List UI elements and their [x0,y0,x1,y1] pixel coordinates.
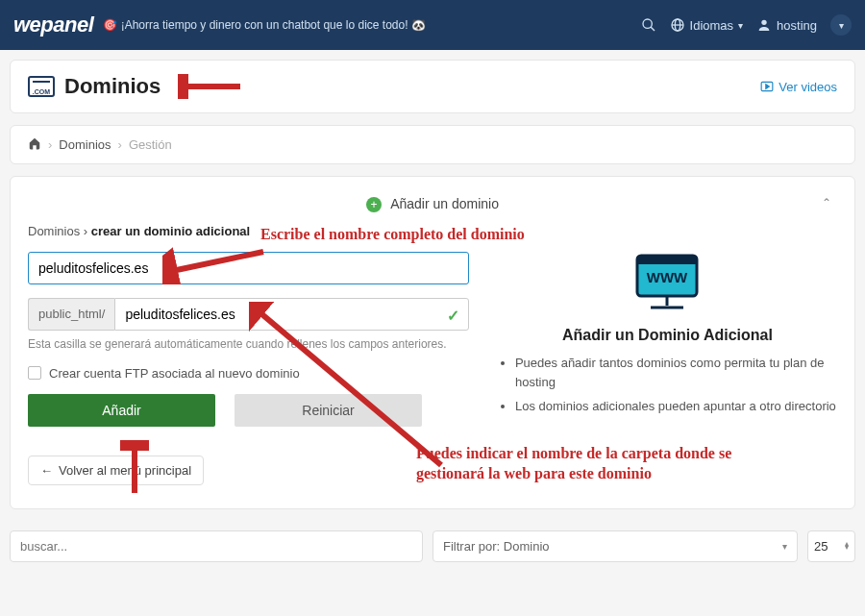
add-icon: + [366,197,382,212]
home-icon[interactable] [28,136,41,153]
svg-line-10 [259,311,441,465]
user-menu[interactable]: hosting [756,17,817,33]
help-item-1: Puedes añadir tantos dominios como permi… [515,354,837,391]
help-title: Añadir un Dominio Adicional [498,327,837,344]
breadcrumb-dominios[interactable]: Dominios [59,137,111,152]
collapse-icon[interactable]: ⌃ [822,196,831,209]
ftp-checkbox[interactable] [28,366,41,380]
search-icon[interactable] [641,17,656,33]
main-panel: + Añadir un dominio ⌃ Dominios › crear u… [10,176,855,509]
domain-input[interactable] [28,252,469,284]
language-label: Idiomas [690,18,734,33]
breadcrumb: › Dominios › Gestión [10,125,855,164]
ftp-checkbox-label: Crear cuenta FTP asociada al nuevo domin… [49,366,300,381]
domain-icon: .COM [28,76,55,97]
valid-check-icon: ✓ [447,307,459,325]
svg-rect-13 [637,256,697,264]
helper-text: Esta casilla se generará automáticamente… [28,336,469,353]
svg-point-0 [643,19,652,28]
top-navbar: wepanel 🎯 ¡Ahorra tiempo y dinero con un… [0,0,865,50]
arrow-left-icon: ← [40,463,53,478]
table-controls: Filtrar por: Dominio▾ 25▴▾ [0,530,865,572]
annotation-arrow-1 [178,74,245,99]
annotation-text-2: Puedes indicar el nombre de la carpeta d… [416,444,762,484]
help-item-2: Los dominios adicionales pueden apuntar … [515,397,837,416]
help-box: WWW Añadir un Dominio Adicional Puedes a… [498,252,837,416]
back-link[interactable]: ← Volver al menú principal [28,456,204,485]
pagesize-select[interactable]: 25▴▾ [807,530,855,562]
www-icon: WWW [630,252,704,313]
see-videos-link[interactable]: Ver videos [760,80,837,94]
page-header-card: .COM Dominios Ver videos [10,60,855,113]
page-title: Dominios [64,74,161,99]
stepper-icon: ▴▾ [845,542,849,552]
account-dropdown[interactable]: ▾ [830,14,852,36]
chevron-down-icon: ▾ [738,20,743,31]
filter-select[interactable]: Filtrar por: Dominio▾ [432,530,798,562]
svg-text:WWW: WWW [647,269,688,285]
path-input[interactable] [114,298,469,331]
svg-line-1 [651,27,655,31]
section-header[interactable]: + Añadir un dominio ⌃ [28,190,837,224]
reset-button[interactable]: Reiniciar [235,394,422,427]
path-prefix: public_html/ [28,298,114,331]
user-label: hosting [777,18,817,33]
breadcrumb-current: Gestión [129,137,172,152]
sub-breadcrumb: Dominios › crear un dominio adicional [28,224,837,238]
tagline: 🎯 ¡Ahorra tiempo y dinero con un chatbot… [103,18,426,32]
chevron-down-icon: ▾ [782,541,787,552]
svg-point-5 [761,20,766,25]
brand-logo[interactable]: wepanel [13,12,93,37]
search-input[interactable] [10,530,423,562]
language-menu[interactable]: Idiomas ▾ [670,17,744,33]
svg-marker-8 [766,85,770,89]
add-button[interactable]: Añadir [28,394,215,427]
